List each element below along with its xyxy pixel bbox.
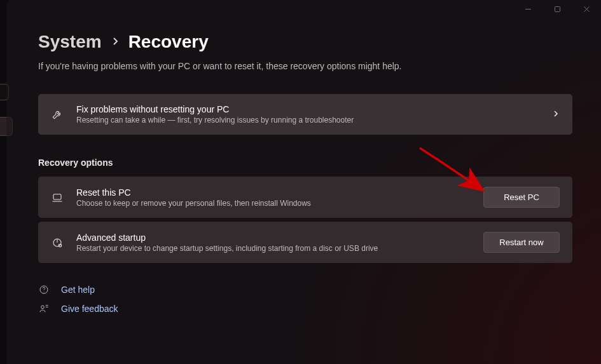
chevron-right-icon <box>112 36 118 49</box>
breadcrumb-parent[interactable]: System <box>38 32 102 52</box>
page-subtitle: If you're having problems with your PC o… <box>38 61 572 71</box>
card-description: Resetting can take a while — first, try … <box>76 116 539 125</box>
card-text: Fix problems without resetting your PC R… <box>76 104 539 125</box>
restart-now-button[interactable]: Restart now <box>483 232 560 253</box>
svg-point-10 <box>44 292 45 292</box>
card-text: Advanced startup Restart your device to … <box>76 233 471 253</box>
reset-icon <box>51 192 64 203</box>
breadcrumb: System Recovery <box>38 32 572 52</box>
feedback-icon <box>38 304 50 314</box>
card-text: Reset this PC Choose to keep or remove y… <box>76 187 471 208</box>
chevron-right-icon <box>552 109 560 120</box>
card-title: Advanced startup <box>76 233 471 243</box>
get-help-link[interactable]: Get help <box>38 285 572 295</box>
page-container: System Recovery If you're having problem… <box>6 0 601 364</box>
link-label: Get help <box>61 285 95 295</box>
breadcrumb-current: Recovery <box>128 32 209 52</box>
link-label: Give feedback <box>61 304 118 314</box>
svg-point-11 <box>41 306 45 309</box>
svg-rect-4 <box>53 194 61 199</box>
fix-problems-card[interactable]: Fix problems without resetting your PC R… <box>38 94 572 135</box>
help-icon <box>38 285 50 295</box>
advanced-startup-card: Advanced startup Restart your device to … <box>38 222 572 263</box>
section-heading: Recovery options <box>38 158 572 168</box>
card-title: Fix problems without resetting your PC <box>76 104 539 114</box>
wrench-icon <box>51 109 64 120</box>
card-title: Reset this PC <box>76 187 471 198</box>
reset-pc-button[interactable]: Reset PC <box>483 187 560 208</box>
card-description: Choose to keep or remove your personal f… <box>76 199 471 208</box>
give-feedback-link[interactable]: Give feedback <box>38 304 572 314</box>
card-description: Restart your device to change startup se… <box>76 244 471 253</box>
reset-pc-card: Reset this PC Choose to keep or remove y… <box>38 177 572 218</box>
footer-links: Get help Give feedback <box>38 285 572 314</box>
power-settings-icon <box>51 237 64 248</box>
